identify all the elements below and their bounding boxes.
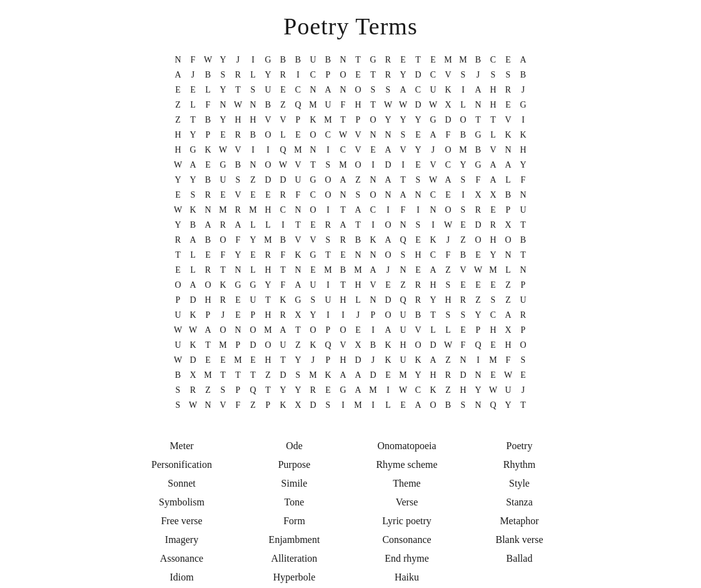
grid-cell: B bbox=[441, 398, 456, 413]
grid-cell: O bbox=[216, 233, 231, 248]
grid-cell: O bbox=[366, 188, 381, 203]
grid-cell: B bbox=[516, 68, 531, 83]
grid-cell: X bbox=[351, 338, 366, 353]
grid-cell: U bbox=[261, 83, 276, 98]
grid-cell: E bbox=[366, 143, 381, 158]
grid-cell: B bbox=[456, 248, 471, 263]
grid-cell: Q bbox=[486, 398, 501, 413]
grid-cell: A bbox=[351, 383, 366, 398]
grid-cell: F bbox=[441, 248, 456, 263]
grid-cell: E bbox=[306, 218, 321, 233]
grid-cell: D bbox=[246, 338, 261, 353]
grid-cell: T bbox=[216, 368, 231, 383]
grid-cell: N bbox=[516, 188, 531, 203]
grid-cell: I bbox=[321, 278, 336, 293]
grid-cell: Q bbox=[246, 383, 261, 398]
grid-cell: R bbox=[486, 218, 501, 233]
grid-cell: A bbox=[336, 173, 351, 188]
grid-cell: B bbox=[501, 188, 516, 203]
grid-cell: J bbox=[471, 68, 486, 83]
grid-cell: A bbox=[186, 233, 201, 248]
grid-cell: L bbox=[246, 263, 261, 278]
grid-cell: G bbox=[291, 293, 306, 308]
grid-cell: A bbox=[396, 83, 411, 98]
grid-cell: A bbox=[381, 143, 396, 158]
grid-cell: T bbox=[471, 113, 486, 128]
grid-cell: Y bbox=[411, 113, 426, 128]
grid-cell: E bbox=[261, 188, 276, 203]
grid-cell: X bbox=[471, 188, 486, 203]
grid-cell: K bbox=[441, 83, 456, 98]
grid-cell: E bbox=[276, 83, 291, 98]
grid-cell: J bbox=[186, 68, 201, 83]
grid-cell: T bbox=[321, 248, 336, 263]
word-item: Haiku bbox=[351, 569, 463, 585]
grid-cell: G bbox=[246, 278, 261, 293]
grid-cell: E bbox=[321, 383, 336, 398]
grid-cell: J bbox=[441, 233, 456, 248]
grid-cell: N bbox=[306, 143, 321, 158]
grid-cell: R bbox=[276, 308, 291, 323]
grid-cell: M bbox=[306, 98, 321, 113]
word-item: Meter bbox=[126, 438, 238, 454]
word-item: End rhyme bbox=[351, 550, 463, 567]
grid-cell: I bbox=[336, 308, 351, 323]
grid-cell: E bbox=[486, 368, 501, 383]
grid-cell: K bbox=[516, 128, 531, 143]
grid-cell: E bbox=[486, 278, 501, 293]
word-item bbox=[463, 569, 576, 585]
grid-cell: S bbox=[441, 278, 456, 293]
grid-cell: O bbox=[426, 398, 441, 413]
grid-cell: O bbox=[501, 233, 516, 248]
grid-cell: R bbox=[441, 368, 456, 383]
grid-cell: N bbox=[381, 188, 396, 203]
grid-cell: O bbox=[306, 203, 321, 218]
grid-cell: I bbox=[276, 218, 291, 233]
grid-cell: W bbox=[171, 323, 186, 338]
grid-cell: H bbox=[426, 368, 441, 383]
word-item: Style bbox=[463, 475, 576, 492]
word-item: Personification bbox=[126, 457, 238, 473]
grid-cell: P bbox=[321, 353, 336, 368]
grid-cell: V bbox=[396, 143, 411, 158]
grid-cell: E bbox=[501, 98, 516, 113]
grid-cell: A bbox=[486, 173, 501, 188]
grid-cell: W bbox=[426, 173, 441, 188]
grid-cell: F bbox=[471, 173, 486, 188]
grid-cell: E bbox=[246, 353, 261, 368]
grid-cell: T bbox=[366, 68, 381, 83]
grid-cell: F bbox=[201, 98, 216, 113]
grid-cell: M bbox=[201, 368, 216, 383]
word-item: Tone bbox=[238, 494, 351, 510]
grid-cell: O bbox=[366, 113, 381, 128]
grid-cell: B bbox=[186, 218, 201, 233]
grid-cell: N bbox=[336, 53, 351, 68]
grid-cell: S bbox=[216, 383, 231, 398]
grid-cell: V bbox=[441, 68, 456, 83]
word-item: Rhyme scheme bbox=[351, 457, 463, 473]
grid-cell: S bbox=[441, 308, 456, 323]
grid-cell: V bbox=[366, 278, 381, 293]
word-item: Enjambment bbox=[238, 532, 351, 548]
grid-cell: E bbox=[396, 53, 411, 68]
grid-cell: N bbox=[306, 83, 321, 98]
grid-cell: R bbox=[501, 83, 516, 98]
grid-cell: N bbox=[501, 143, 516, 158]
word-item: Verse bbox=[351, 494, 463, 510]
grid-cell: O bbox=[171, 278, 186, 293]
grid-cell: E bbox=[456, 323, 471, 338]
grid-cell: I bbox=[246, 143, 261, 158]
grid-cell: V bbox=[486, 143, 501, 158]
grid-cell: I bbox=[336, 398, 351, 413]
grid-cell: F bbox=[291, 188, 306, 203]
grid-cell: P bbox=[516, 323, 531, 338]
grid-cell: E bbox=[336, 248, 351, 263]
grid-cell: N bbox=[216, 98, 231, 113]
grid-cell: D bbox=[351, 353, 366, 368]
grid-cell: W bbox=[276, 158, 291, 173]
grid-cell: S bbox=[456, 398, 471, 413]
grid-cell: Z bbox=[261, 368, 276, 383]
grid-cell: N bbox=[171, 53, 186, 68]
grid-cell: C bbox=[486, 53, 501, 68]
grid-cell: B bbox=[471, 143, 486, 158]
